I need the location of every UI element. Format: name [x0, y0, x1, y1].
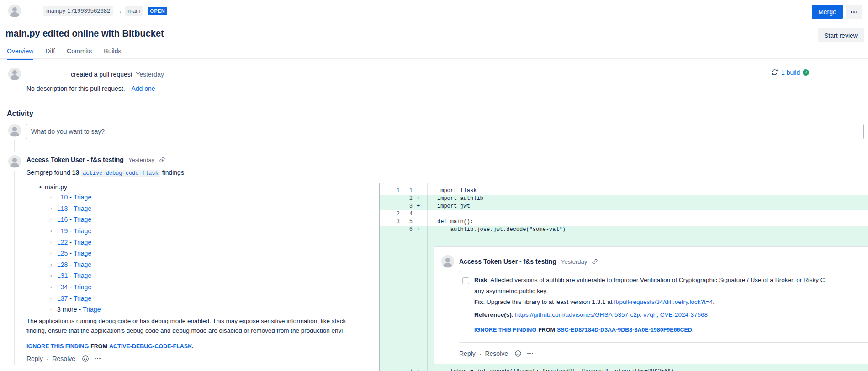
ignore-rule-link[interactable]: SSC-ED87184D-D3AA-9DB8-8A0E-1980F9E66CED	[557, 327, 692, 333]
reply-button[interactable]: Reply	[459, 350, 476, 357]
finding-line-link[interactable]: L31	[57, 272, 68, 279]
risk-line: Risk: Affected versions of authlib are v…	[474, 277, 825, 283]
inline-comment-card: Access Token User - f&s testing Yesterda…	[434, 246, 868, 364]
start-review-button[interactable]: Start review	[818, 28, 864, 42]
resolve-button[interactable]: Resolve	[485, 350, 508, 357]
finding-line-link[interactable]: L34	[57, 283, 68, 291]
diff-line: 35def main():	[380, 218, 868, 226]
inline-comment-author[interactable]: Access Token User - f&s testing	[459, 258, 556, 265]
diff-preview-panel: 11import flask 2+import authlib 3+import…	[379, 183, 868, 371]
cve-link[interactable]: CVE-2024-37568	[660, 311, 708, 318]
triage-link[interactable]: Triage	[74, 227, 91, 235]
comment-author[interactable]: Access Token User - f&s testing	[26, 156, 124, 163]
inline-comment-avatar[interactable]	[441, 255, 454, 268]
comment-author-avatar[interactable]	[8, 155, 21, 168]
finding-line-link[interactable]: L28	[57, 261, 68, 268]
branch-row: mainpy-1719939562682 → main OPEN	[43, 6, 167, 16]
diff-line-added: 3+import jwt	[380, 203, 868, 210]
triage-link[interactable]: Triage	[74, 193, 91, 201]
finding-item: ◦3 more-Triage	[26, 304, 101, 315]
tabs-divider	[0, 58, 868, 59]
triage-link[interactable]: Triage	[74, 250, 91, 257]
event-user-avatar[interactable]	[8, 68, 21, 80]
finding-item: ◦L13-Triage	[26, 203, 101, 214]
risk-line-2: any asymmetric public key.	[474, 287, 548, 294]
finding-line-link[interactable]: L13	[57, 205, 68, 212]
permalink-icon[interactable]	[592, 258, 598, 265]
triage-link[interactable]: Triage	[74, 239, 91, 246]
builds-refresh-icon[interactable]	[771, 68, 778, 76]
finding-item: ◦L37-Triage	[26, 293, 101, 304]
comment-more-icon[interactable]	[527, 353, 533, 355]
file-item: • main.py	[26, 182, 101, 192]
triage-link[interactable]: Triage	[74, 216, 91, 223]
fix-link[interactable]: ft/pull-requests/34/diff:oetry.lock?t=4	[614, 298, 713, 305]
bullet-icon: ◦	[50, 194, 57, 200]
bullet-icon: ◦	[50, 217, 57, 222]
comment-more-icon[interactable]	[95, 358, 101, 360]
rule-chip: active-debug-code-flask	[81, 170, 160, 177]
ignore-finding-link[interactable]: IGNORE THIS FINDING	[474, 327, 536, 333]
findings-count: 13	[72, 169, 79, 176]
finding-checkbox[interactable]	[462, 277, 469, 284]
ignore-finding-link[interactable]: IGNORE THIS FINDING	[26, 343, 89, 350]
add-description-link[interactable]: Add one	[131, 85, 155, 92]
bullet-icon: •	[39, 183, 45, 191]
triage-link[interactable]: Triage	[74, 272, 91, 279]
triage-link[interactable]: Triage	[74, 295, 91, 302]
source-branch-lozenge[interactable]: mainpy-1719939562682	[43, 6, 113, 16]
comment-header: Access Token User - f&s testing Yesterda…	[26, 156, 165, 163]
builds-count-link[interactable]: 1 build	[781, 69, 800, 76]
activity-heading: Activity	[7, 110, 33, 118]
bullet-icon: ◦	[50, 240, 57, 245]
composer-avatar	[8, 124, 21, 137]
resolve-button[interactable]: Resolve	[52, 355, 75, 362]
diff-line-added: 2+import authlib	[380, 195, 868, 203]
ignore-finding-row: IGNORE THIS FINDINGFROMACTIVE-DEBUG-CODE…	[26, 343, 194, 350]
comment-input[interactable]	[26, 124, 864, 139]
pr-author-avatar[interactable]	[8, 5, 21, 17]
add-reaction-icon[interactable]	[82, 355, 89, 362]
finding-line-link[interactable]: L19	[57, 227, 68, 235]
advisory-link[interactable]: https://github.com/advisories/GHSA-5357-…	[515, 311, 656, 318]
ignore-finding-row: IGNORE THIS FINDINGFROMSSC-ED87184D-D3AA…	[474, 327, 693, 333]
finding-item: ◦L34-Triage	[26, 282, 101, 293]
bullet-icon: ◦	[50, 307, 57, 312]
diff-line: 24	[380, 210, 868, 218]
finding-item: ◦L25-Triage	[26, 248, 101, 259]
comment-actions: Reply · Resolve	[26, 355, 101, 362]
inline-comment-header: Access Token User - f&s testing Yesterda…	[459, 258, 598, 265]
merge-button[interactable]: Merge	[812, 5, 843, 19]
more-actions-button[interactable]	[846, 5, 862, 19]
finding-line-link[interactable]: L16	[57, 216, 68, 223]
bullet-icon: ◦	[50, 251, 57, 256]
findings-list: • main.py ◦L10-Triage ◦L13-Triage ◦L16-T…	[26, 182, 101, 315]
triage-link[interactable]: Triage	[74, 261, 91, 268]
file-name: main.py	[45, 183, 67, 191]
event-text: created a pull request Yesterday	[71, 71, 164, 78]
target-branch-lozenge[interactable]: main	[125, 6, 143, 16]
permalink-icon[interactable]	[159, 157, 165, 163]
comment-time[interactable]: Yesterday	[128, 157, 154, 163]
inline-comment-time[interactable]: Yesterday	[561, 258, 587, 265]
references-line: Reference(s): https://github.com/advisor…	[474, 311, 708, 318]
arrow-right-icon: →	[116, 7, 122, 15]
pr-state-badge: OPEN	[148, 7, 167, 15]
diff-line: 11import flask	[380, 187, 868, 195]
finding-line-link[interactable]: L10	[57, 193, 68, 201]
fix-line: Fix: Upgrade this library to at least ve…	[474, 298, 715, 305]
triage-link[interactable]: Triage	[83, 306, 101, 313]
add-reaction-icon[interactable]	[514, 350, 522, 357]
finding-line-link[interactable]: L25	[57, 250, 68, 257]
ignore-rule-link[interactable]: ACTIVE-DEBUG-CODE-FLASK	[109, 343, 192, 350]
event-time: Yesterday	[136, 71, 164, 78]
bullet-icon: ◦	[50, 273, 57, 278]
gutter-divider	[427, 183, 428, 371]
reply-button[interactable]: Reply	[26, 355, 43, 362]
clipped-diff-line: 7+ token = jwt.encode({"some": "payload"…	[380, 368, 868, 371]
finding-line-link[interactable]: L22	[57, 239, 68, 246]
triage-link[interactable]: Triage	[74, 205, 91, 212]
finding-line-link[interactable]: L37	[57, 295, 68, 302]
triage-link[interactable]: Triage	[74, 283, 91, 291]
finding-item: ◦L19-Triage	[26, 225, 101, 237]
